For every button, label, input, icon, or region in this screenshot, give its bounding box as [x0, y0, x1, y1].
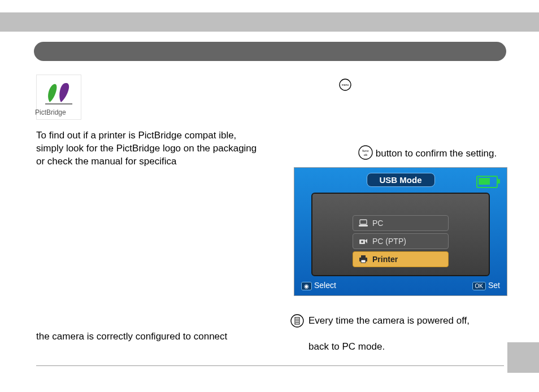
intro-paragraph: To find out if a printer is PictBridge c…	[36, 129, 264, 168]
usb-mode-option-label: PC (PTP)	[372, 237, 406, 246]
printer-icon	[359, 255, 368, 263]
camera-lcd-screenshot: USB Mode PC PC (P	[294, 167, 507, 296]
lcd-title-badge: USB Mode	[367, 173, 435, 187]
lcd-top-row: USB Mode	[298, 171, 503, 188]
svg-text:ok: ok	[364, 153, 368, 156]
page-edge-tab	[507, 342, 539, 373]
svg-text:menu: menu	[342, 83, 349, 86]
note-line-1: Every time the camera is powered off,	[308, 315, 470, 326]
svg-point-9	[361, 241, 363, 243]
dpad-icon: ◉	[301, 282, 312, 290]
confirm-setting-line: func ok button to confirm the setting.	[358, 145, 497, 163]
page-top-bar	[0, 12, 539, 32]
pictbridge-caption: PictBridge	[35, 108, 66, 116]
usb-mode-option-label: PC	[372, 219, 383, 228]
config-paragraph-fragment: the camera is correctly configured to co…	[36, 330, 264, 343]
manual-page: { "pictbridge": { "caption": "PictBridge…	[0, 0, 539, 392]
svg-point-3	[359, 146, 372, 159]
func-ok-button-icon: func ok	[358, 145, 373, 163]
lcd-bottom-row: ◉Select OKSet	[301, 278, 500, 292]
lcd-select-hint: ◉Select	[301, 281, 336, 290]
svg-rect-7	[359, 225, 368, 227]
battery-icon	[476, 176, 498, 188]
svg-rect-0	[45, 103, 72, 104]
lcd-options-panel: PC PC (PTP) Printer	[311, 193, 490, 276]
svg-rect-11	[361, 255, 366, 258]
svg-rect-12	[361, 260, 366, 263]
note-icon	[290, 314, 304, 330]
usb-mode-option-ptp[interactable]: PC (PTP)	[353, 233, 449, 249]
section-header-bar	[34, 42, 506, 61]
usb-mode-option-printer[interactable]: Printer	[353, 251, 449, 267]
camera-transfer-icon	[359, 237, 368, 245]
svg-text:func: func	[362, 149, 368, 153]
laptop-icon	[359, 219, 368, 227]
usb-mode-option-pc[interactable]: PC	[353, 215, 449, 231]
footer-rule	[36, 365, 504, 366]
menu-button-icon: menu	[339, 79, 351, 93]
note-line-2: back to PC mode.	[308, 341, 385, 352]
pictbridge-logo-icon	[42, 79, 76, 107]
confirm-setting-text: button to confirm the setting.	[376, 148, 497, 159]
ok-key-icon: OK	[472, 282, 486, 290]
svg-rect-6	[360, 220, 367, 224]
usb-mode-option-list: PC PC (PTP) Printer	[353, 215, 449, 269]
usb-mode-option-label: Printer	[372, 255, 398, 264]
lcd-set-hint: OKSet	[472, 281, 500, 290]
